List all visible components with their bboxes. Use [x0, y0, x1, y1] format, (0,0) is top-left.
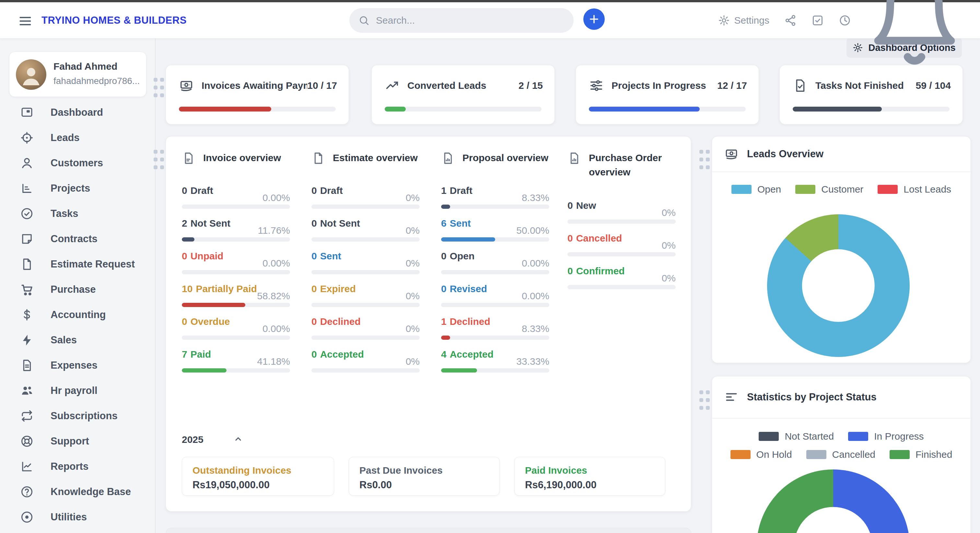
invoice-summary-card: Past Due Invoices Rs0.00 [349, 457, 500, 496]
cash-icon [724, 147, 738, 161]
stats-card-drag-handle[interactable] [699, 390, 712, 411]
status-progress-bar [441, 204, 549, 209]
sidebar-item-estimate-request[interactable]: Estimate Request [0, 252, 155, 277]
quick-add-button[interactable] [583, 8, 605, 30]
overview-column: Proposal overview 1Draft 8.33% 6Sent 50.… [441, 151, 549, 165]
legend-swatch [732, 185, 751, 194]
sidebar-item-expenses[interactable]: Expenses [0, 353, 155, 378]
sidebar-item-leads[interactable]: Leads [0, 125, 155, 150]
status-progress-bar [182, 237, 290, 241]
chart-line-icon [20, 460, 34, 473]
chevron-left-icon [131, 461, 142, 472]
status-progress-bar [441, 368, 549, 372]
legend-swatch [759, 432, 779, 441]
sidebar-item-utilities[interactable]: Utilities [0, 504, 155, 530]
user-name: Fahad Ahmed [54, 61, 117, 72]
leads-donut-chart [767, 214, 910, 357]
check-circle-icon [20, 207, 34, 220]
overview-row: 4Accepted 33.33% [441, 349, 549, 381]
sidebar-item-purchase[interactable]: Purchase [0, 277, 155, 302]
leads-overview-title: Leads Overview [747, 148, 824, 160]
sidebar-item-dashboard[interactable]: Dashboard [0, 100, 155, 125]
user-profile-card[interactable]: Fahad Ahmed fahadahmedpro786... [9, 51, 146, 97]
search-icon [358, 15, 369, 26]
overview-row: 0Declined 0% [312, 316, 420, 349]
status-progress-bar [182, 368, 290, 372]
settings-label: Settings [734, 15, 769, 26]
chevron-left-icon [131, 385, 142, 396]
global-search[interactable] [349, 8, 574, 33]
invoice-summary-card: Paid Invoices Rs6,190,000.00 [514, 457, 665, 496]
bell-icon [866, 0, 963, 69]
overview-row: 7Paid 41.18% [182, 349, 290, 381]
share-icon[interactable] [784, 14, 797, 27]
legend-item: Cancelled [806, 449, 875, 460]
legend-item: Lost Leads [878, 184, 951, 195]
sidebar-item-customers[interactable]: Customers [0, 150, 155, 176]
users-icon [20, 384, 34, 397]
leads-card-drag-handle[interactable] [699, 150, 712, 171]
sidebar-item-support[interactable]: Support [0, 429, 155, 454]
zap-icon [20, 333, 34, 347]
chevron-left-icon [131, 309, 142, 320]
overview-row: 2Not Sent 11.76% [182, 218, 290, 251]
todo-icon[interactable] [811, 14, 824, 27]
kpi-progress-bar [385, 107, 541, 112]
brand-logo[interactable]: TRYINO HOMES & BUILDERS [41, 14, 187, 26]
overview-card: Invoice overview 0Draft 0.00% 2Not Sent … [165, 136, 691, 512]
leads-overview-card: Leads Overview Open Customer Lost Leads [712, 136, 971, 363]
sidebar-item-subscriptions[interactable]: Subscriptions [0, 403, 155, 429]
sidebar-item-projects[interactable]: Projects [0, 176, 155, 201]
leads-overview-title-row: Leads Overview [712, 137, 970, 172]
status-progress-bar [182, 335, 290, 340]
status-progress-bar [182, 303, 290, 307]
sidebar-item-knowledge-base[interactable]: Knowledge Base [0, 479, 155, 504]
status-progress-bar [182, 270, 290, 274]
bar-chart-icon [20, 182, 34, 195]
file-check-icon [793, 78, 808, 93]
legend-swatch [889, 450, 910, 459]
sidebar-item-hr-payroll[interactable]: Hr payroll [0, 378, 155, 403]
overview-row: 0Unpaid 0.00% [182, 251, 290, 283]
kpi-progress-bar [179, 107, 336, 112]
legend-item: Customer [795, 184, 863, 195]
search-input[interactable] [375, 14, 557, 26]
legend-swatch [795, 185, 815, 194]
sidebar-item-accounting[interactable]: Accounting [0, 302, 155, 327]
overview-row: 1Declined 8.33% [441, 316, 549, 349]
project-status-donut-chart [757, 469, 910, 533]
overview-row: 0Open 0.00% [441, 251, 549, 283]
file-lines-icon [182, 152, 196, 165]
chevron-up-icon[interactable] [233, 434, 244, 445]
legend-swatch [848, 432, 868, 441]
settings-button[interactable]: Settings [718, 14, 769, 26]
timesheet-clock-icon[interactable] [839, 14, 851, 27]
avatar [16, 59, 46, 90]
kpi-progress-bar [793, 107, 950, 112]
overview-card-drag-handle[interactable] [154, 150, 167, 171]
user-icon [20, 156, 34, 170]
notifications-button[interactable]: 3 [866, 0, 963, 69]
kpi-progress-bar [589, 107, 746, 112]
overview-row: 0New 0% [568, 200, 676, 233]
menu-icon[interactable] [18, 14, 32, 28]
sidebar-item-contracts[interactable]: Contracts [0, 226, 155, 252]
overview-row: 0Not Sent 0% [312, 218, 420, 251]
overview-row: 0Draft 0% [312, 185, 420, 218]
sidebar-item-reports[interactable]: Reports [0, 454, 155, 479]
status-progress-bar [312, 368, 420, 372]
overview-row: 0Expired 0% [312, 283, 420, 316]
status-progress-bar [568, 252, 676, 257]
header-actions: Settings 3 [718, 2, 963, 38]
kpi-row-drag-handle[interactable] [154, 78, 167, 99]
kpi-card: Converted Leads 2 / 15 [371, 65, 555, 124]
next-section-partial-card [165, 528, 691, 533]
trending-up-icon [385, 78, 399, 93]
gear-icon [853, 43, 863, 53]
overview-row: 10Partially Paid 58.82% [182, 283, 290, 316]
legend-swatch [730, 450, 751, 459]
sidebar-item-sales[interactable]: Sales [0, 327, 155, 353]
sidebar-item-tasks[interactable]: Tasks [0, 201, 155, 226]
overview-row: 0Draft 0.00% [182, 185, 290, 218]
kpi-card: Projects In Progress 12 / 17 [576, 65, 759, 124]
